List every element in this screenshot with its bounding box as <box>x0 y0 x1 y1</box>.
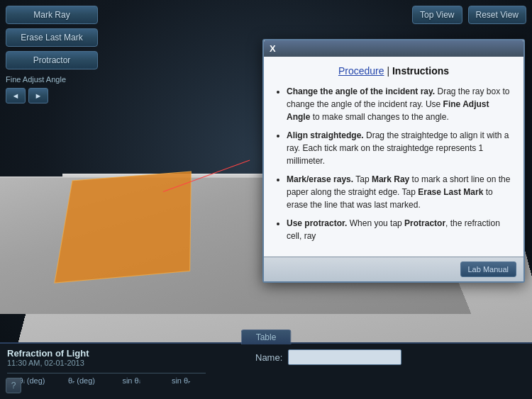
instruction-1-bold: Change the angle of the incident ray. <box>287 86 435 96</box>
left-controls: Mark Ray Erase Last Mark Protractor Fine… <box>6 6 98 103</box>
lab-manual-button[interactable]: Lab Manual <box>460 262 517 277</box>
instruction-2: Align straightedge. Drag the straightedg… <box>287 129 512 167</box>
instruction-4-bold: Use protractor. <box>287 218 347 228</box>
top-view-button[interactable]: Top View <box>412 6 462 24</box>
col-header-2: θᵣ (deg) <box>57 376 106 386</box>
lab-title: Refraction of Light <box>7 348 206 359</box>
right-arrow-button[interactable]: ► <box>28 88 48 103</box>
help-button[interactable]: ? <box>6 378 21 393</box>
table-tab[interactable]: Table <box>241 330 292 344</box>
instruction-3: Mark/erase rays. Tap Mark Ray to mark a … <box>287 173 512 211</box>
bottom-info-bar: Refraction of Light 11:30 AM, 02-01-2013… <box>0 342 532 399</box>
modal-close-button[interactable]: X <box>270 43 276 54</box>
instruction-3-bold: Mark/erase rays. <box>287 174 353 184</box>
erase-last-mark-button[interactable]: Erase Last Mark <box>6 28 98 47</box>
name-input[interactable] <box>288 349 401 365</box>
fine-adjust-label: Fine Adjust Angle <box>6 75 98 84</box>
modal-titlebar: X <box>264 40 523 57</box>
name-section: Name: <box>255 348 401 365</box>
instructions-modal: X Procedure | Instructions Change the an… <box>262 39 525 283</box>
protractor-button[interactable]: Protractor <box>6 51 98 69</box>
reset-view-button[interactable]: Reset View <box>468 6 526 24</box>
modal-body: Procedure | Instructions Change the angl… <box>264 57 523 257</box>
instruction-2-bold: Align straightedge. <box>287 130 364 140</box>
left-arrow-button[interactable]: ◄ <box>6 88 26 103</box>
instructions-title: Instructions <box>392 65 449 77</box>
title-separator: | <box>387 65 392 77</box>
instructions-list: Change the angle of the incident ray. Dr… <box>275 85 512 242</box>
instruction-4: Use protractor. When you tap Protractor,… <box>287 217 512 242</box>
top-view-section: Top View Reset View <box>412 6 526 24</box>
mark-ray-button[interactable]: Mark Ray <box>6 6 98 24</box>
name-label: Name: <box>255 352 282 363</box>
lab-info-section: Refraction of Light 11:30 AM, 02-01-2013… <box>7 348 206 386</box>
instruction-1: Change the angle of the incident ray. Dr… <box>287 85 512 123</box>
modal-title: Procedure | Instructions <box>275 65 512 77</box>
col-header-4: sin θᵣ <box>156 376 206 386</box>
table-header-row: θᵢ (deg) θᵣ (deg) sin θᵢ sin θᵣ <box>7 373 206 386</box>
col-header-3: sin θᵢ <box>106 376 156 386</box>
procedure-link[interactable]: Procedure <box>338 65 384 77</box>
adjust-arrows: ◄ ► <box>6 88 98 103</box>
lab-date: 11:30 AM, 02-01-2013 <box>7 359 206 367</box>
modal-footer: Lab Manual <box>264 257 523 281</box>
